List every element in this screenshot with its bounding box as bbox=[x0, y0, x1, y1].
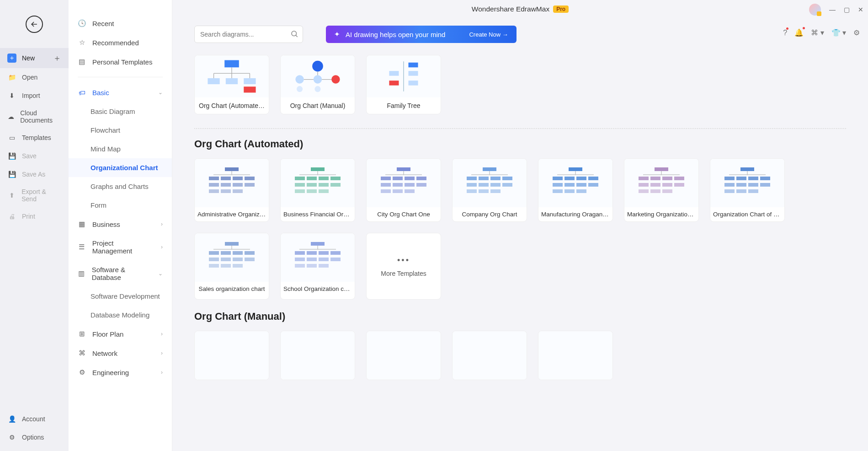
nav-save[interactable]: 💾 Save bbox=[0, 147, 69, 165]
svg-rect-29 bbox=[221, 177, 231, 180]
bell-icon[interactable]: 🔔 bbox=[794, 28, 804, 37]
svg-rect-64 bbox=[381, 189, 391, 193]
nav-import[interactable]: ⬇ Import bbox=[0, 86, 69, 105]
svg-rect-62 bbox=[405, 183, 415, 187]
nav-saveas[interactable]: 💾 Save As bbox=[0, 165, 69, 183]
arrow-left-icon bbox=[30, 20, 39, 29]
template-thumb bbox=[538, 159, 612, 207]
template-card[interactable]: Manufacturing Oraganizati… bbox=[538, 158, 613, 222]
settings-icon[interactable]: ⚙ bbox=[853, 28, 860, 37]
nav-templates[interactable]: ▭ Templates bbox=[0, 129, 69, 147]
template-card[interactable]: Marketing Organization Ch… bbox=[624, 158, 699, 222]
cat-network[interactable]: ⌘ Network › bbox=[69, 344, 172, 363]
ai-banner[interactable]: ✦ AI drawing helps open your mind Create… bbox=[326, 26, 517, 43]
svg-rect-140 bbox=[295, 251, 305, 255]
nav-label: Templates bbox=[22, 134, 51, 141]
shirt-icon[interactable]: 👕 ▾ bbox=[831, 28, 846, 37]
template-type-card[interactable]: Family Tree bbox=[366, 55, 441, 114]
cat-engineering[interactable]: ⚙ Engineering › bbox=[69, 363, 172, 382]
maximize-button[interactable]: ▢ bbox=[844, 6, 850, 13]
minimize-button[interactable]: — bbox=[829, 6, 836, 13]
template-card[interactable]: Administrative Organizatio… bbox=[194, 158, 269, 222]
cat-form[interactable]: Form bbox=[69, 196, 172, 215]
template-card[interactable] bbox=[194, 331, 269, 380]
nav-options[interactable]: ⚙ Options bbox=[0, 428, 69, 446]
search-input[interactable] bbox=[194, 26, 303, 43]
pro-badge: Pro bbox=[553, 5, 569, 13]
network-icon: ⌘ bbox=[78, 349, 86, 357]
svg-rect-109 bbox=[740, 167, 754, 171]
template-type-card[interactable]: Org Chart (Manual) bbox=[280, 55, 355, 114]
svg-rect-7 bbox=[208, 78, 219, 84]
cat-orgchart[interactable]: Organizational Chart bbox=[69, 158, 172, 177]
cat-mindmap[interactable]: Mind Map bbox=[69, 140, 172, 158]
template-card[interactable]: Organization Chart of Sale… bbox=[710, 158, 785, 222]
more-templates-card[interactable]: •••More Templates bbox=[366, 233, 441, 300]
svg-rect-107 bbox=[650, 189, 660, 193]
nav-list: ＋ New ＋ 📁 Open ⬇ Import ☁ Cloud Document… bbox=[0, 48, 69, 410]
nav-print[interactable]: 🖨 Print bbox=[0, 207, 69, 226]
svg-rect-9 bbox=[244, 78, 256, 84]
apps-icon[interactable]: ⌘ ▾ bbox=[811, 28, 824, 37]
nav-cloud[interactable]: ☁ Cloud Documents bbox=[0, 105, 69, 129]
template-card[interactable]: Sales organization chart bbox=[194, 233, 269, 300]
svg-rect-134 bbox=[209, 264, 219, 268]
template-card[interactable] bbox=[538, 331, 613, 380]
cat-recommended[interactable]: ☆ Recommended bbox=[69, 33, 172, 52]
cat-pm[interactable]: ☰ Project Management › bbox=[69, 234, 172, 260]
template-card[interactable] bbox=[280, 331, 355, 380]
cat-flowchart[interactable]: Flowchart bbox=[69, 121, 172, 140]
close-button[interactable]: ✕ bbox=[858, 6, 863, 13]
search-icon[interactable] bbox=[290, 30, 298, 40]
template-card[interactable]: School Organization chart bbox=[280, 233, 355, 300]
help-icon[interactable]: ? bbox=[783, 29, 787, 37]
app-title: Wondershare EdrawMax bbox=[472, 5, 549, 13]
nav-account[interactable]: 👤 Account bbox=[0, 410, 69, 428]
cat-software-dev[interactable]: Software Development bbox=[69, 287, 172, 306]
cat-database[interactable]: Database Modeling bbox=[69, 306, 172, 324]
svg-rect-50 bbox=[295, 189, 305, 193]
cat-basic[interactable]: 🏷 Basic ⌄ bbox=[69, 83, 172, 102]
back-button[interactable] bbox=[26, 16, 43, 33]
svg-rect-87 bbox=[588, 177, 598, 180]
chevron-right-icon: › bbox=[161, 221, 163, 227]
template-card[interactable]: Company Org Chart bbox=[452, 158, 527, 222]
clock-icon: 🕓 bbox=[78, 19, 86, 27]
cat-graphs[interactable]: Graphs and Charts bbox=[69, 177, 172, 196]
nav-open[interactable]: 📁 Open bbox=[0, 68, 69, 86]
template-type-card[interactable]: Org Chart (Automate… bbox=[194, 55, 269, 114]
cat-personal[interactable]: ▤ Personal Templates bbox=[69, 52, 172, 71]
svg-rect-144 bbox=[295, 258, 305, 261]
svg-rect-10 bbox=[244, 86, 256, 92]
cat-floorplan[interactable]: ⊞ Floor Plan › bbox=[69, 324, 172, 344]
svg-point-16 bbox=[331, 75, 340, 83]
nav-new[interactable]: ＋ New ＋ bbox=[0, 48, 69, 68]
template-card[interactable]: City Org Chart One bbox=[366, 158, 441, 222]
titlebar: Wondershare EdrawMax Pro bbox=[172, 0, 868, 18]
briefcase-icon: ▦ bbox=[78, 220, 86, 228]
cloud-icon: ☁ bbox=[7, 112, 15, 121]
cat-label: Engineering bbox=[92, 369, 129, 376]
svg-rect-42 bbox=[295, 177, 305, 180]
cat-label: Software & Database bbox=[92, 266, 152, 281]
project-icon: ☰ bbox=[78, 243, 86, 251]
template-label: Family Tree bbox=[367, 97, 441, 114]
template-card[interactable] bbox=[366, 331, 441, 380]
svg-rect-22 bbox=[409, 71, 418, 76]
template-card[interactable] bbox=[452, 331, 527, 380]
svg-rect-118 bbox=[748, 183, 758, 187]
avatar[interactable] bbox=[809, 4, 821, 16]
cat-basic-diagram[interactable]: Basic Diagram bbox=[69, 102, 172, 121]
cat-business[interactable]: ▦ Business › bbox=[69, 215, 172, 234]
engineering-icon: ⚙ bbox=[78, 368, 86, 376]
svg-rect-119 bbox=[760, 183, 770, 187]
cat-label: Floor Plan bbox=[92, 330, 123, 338]
template-label: School Organization chart bbox=[281, 282, 355, 296]
nav-export[interactable]: ⬆ Export & Send bbox=[0, 183, 69, 207]
cat-software[interactable]: ▥ Software & Database ⌄ bbox=[69, 260, 172, 287]
search-wrap bbox=[194, 26, 303, 43]
svg-rect-28 bbox=[209, 177, 219, 180]
add-icon[interactable]: ＋ bbox=[53, 53, 61, 64]
cat-recent[interactable]: 🕓 Recent bbox=[69, 14, 172, 33]
template-card[interactable]: Business Financial Organiz… bbox=[280, 158, 355, 222]
